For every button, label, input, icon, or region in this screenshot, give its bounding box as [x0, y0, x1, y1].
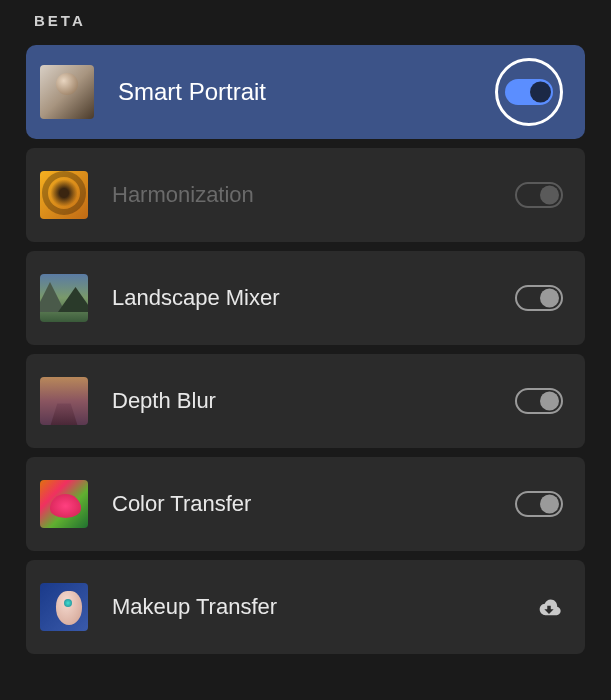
filter-label: Harmonization: [112, 182, 515, 208]
smart-portrait-thumbnail-icon: [40, 65, 94, 119]
color-transfer-thumbnail-icon: [40, 480, 88, 528]
toggle-knob: [540, 289, 559, 308]
beta-filters-panel: BETA Smart Portrait Harmonization Landsc…: [0, 0, 611, 654]
filter-label: Smart Portrait: [118, 78, 495, 106]
cloud-download-icon[interactable]: [535, 593, 563, 621]
toggle-switch[interactable]: [505, 79, 553, 105]
filter-item-depth-blur[interactable]: Depth Blur: [26, 354, 585, 448]
filter-item-landscape-mixer[interactable]: Landscape Mixer: [26, 251, 585, 345]
makeup-transfer-thumbnail-icon: [40, 583, 88, 631]
toggle-knob: [530, 82, 551, 103]
toggle-knob: [540, 186, 559, 205]
filter-item-makeup-transfer[interactable]: Makeup Transfer: [26, 560, 585, 654]
harmonization-thumbnail-icon: [40, 171, 88, 219]
filter-label: Depth Blur: [112, 388, 515, 414]
section-header: BETA: [34, 12, 585, 29]
toggle-switch[interactable]: [515, 491, 563, 517]
toggle-switch[interactable]: [515, 285, 563, 311]
filter-label: Color Transfer: [112, 491, 515, 517]
toggle-highlight-ring: [495, 58, 563, 126]
filter-label: Makeup Transfer: [112, 594, 535, 620]
toggle-switch[interactable]: [515, 182, 563, 208]
filter-list: Smart Portrait Harmonization Landscape M…: [26, 45, 585, 654]
filter-label: Landscape Mixer: [112, 285, 515, 311]
filter-item-color-transfer[interactable]: Color Transfer: [26, 457, 585, 551]
filter-item-harmonization[interactable]: Harmonization: [26, 148, 585, 242]
toggle-switch[interactable]: [515, 388, 563, 414]
filter-item-smart-portrait[interactable]: Smart Portrait: [26, 45, 585, 139]
toggle-knob: [540, 495, 559, 514]
landscape-mixer-thumbnail-icon: [40, 274, 88, 322]
depth-blur-thumbnail-icon: [40, 377, 88, 425]
toggle-knob: [540, 392, 559, 411]
